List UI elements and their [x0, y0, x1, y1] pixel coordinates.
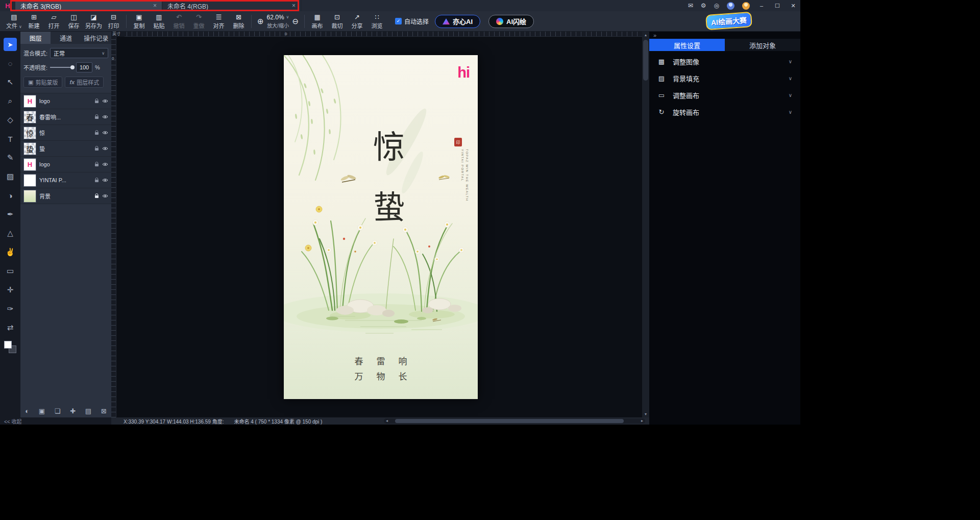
visibility-eye-icon[interactable] [102, 178, 108, 182]
hand-tool[interactable]: ✌ [4, 245, 17, 259]
layer-row-logo-1[interactable]: H logo [20, 93, 111, 109]
toolbar-item-new[interactable]: ⊞ 新建 [24, 13, 44, 30]
chevron-down-icon[interactable]: ∨ [789, 59, 792, 64]
layer-row-zhe[interactable]: 蛰 蛰 [20, 141, 111, 157]
tab-add-object[interactable]: 添加对象 [725, 39, 800, 51]
toolbar-item-paste[interactable]: ▥ 粘贴 [149, 13, 169, 30]
toolbar-item-delete[interactable]: ⊠ 删除 [229, 13, 249, 30]
chevron-down-icon[interactable]: ∨ [789, 109, 792, 115]
toolbar-item-canvas[interactable]: ▦ 画布 [307, 13, 327, 30]
visibility-eye-icon[interactable] [102, 115, 108, 119]
tab-channels[interactable]: 通道 [51, 32, 81, 44]
chevron-down-icon[interactable]: ∨ [286, 15, 289, 19]
vertical-scrollbar[interactable]: ▴ ▾ [642, 32, 649, 417]
toolbar-item-save-as[interactable]: ◪ 另存为 [84, 13, 104, 30]
scroll-left-icon[interactable]: ◂ [384, 418, 390, 424]
yixin-ai-button[interactable]: 亦心AI [435, 15, 480, 28]
visibility-eye-icon[interactable] [102, 194, 108, 198]
layer-row-jing[interactable]: 惊 惊 [20, 125, 111, 141]
lock-icon-locked[interactable] [94, 193, 99, 199]
zoom-tool[interactable]: ⌕ [4, 94, 17, 108]
marquee-tool[interactable]: ◌ [4, 57, 17, 70]
explore-icon[interactable]: ◎ [714, 2, 719, 9]
gradient-sphere-tool[interactable]: ◑ [4, 189, 17, 202]
vertical-scroll-thumb[interactable] [643, 40, 648, 81]
group-icon[interactable]: ▤ [85, 407, 91, 415]
chevron-down-icon[interactable]: ∨ [789, 92, 792, 98]
tools-collapse-button[interactable]: << 收起 [0, 417, 111, 425]
panel-item-adjust-canvas[interactable]: ▭ 调整画布 ∨ [649, 87, 800, 104]
panel-item-background-fill[interactable]: ▨ 背景填充 ∨ [649, 70, 800, 87]
settings-icon[interactable]: ⚙ [701, 2, 706, 9]
swap-colors-tool[interactable]: ⇄ [4, 321, 17, 334]
toolbar-item-crop[interactable]: ⊡ 裁切 [327, 13, 347, 30]
zoom-out-icon[interactable]: ⊖ [292, 17, 299, 26]
lock-icon[interactable] [94, 98, 99, 104]
lock-icon[interactable] [94, 178, 99, 183]
layer-row-background[interactable]: 背景 [20, 188, 111, 204]
panel-item-adjust-image[interactable]: ▩ 调整图像 ∨ [649, 53, 800, 70]
tab-history[interactable]: 操作记录 [81, 32, 111, 44]
eyedropper-tool[interactable]: ✑ [4, 302, 17, 315]
brush-tool[interactable]: ✎ [4, 151, 17, 164]
blend-mode-select[interactable]: 正常 ∨ [50, 48, 108, 58]
layer-style-button[interactable]: fx 图层样式 [65, 77, 104, 88]
tab-close-icon[interactable]: × [292, 2, 296, 9]
scroll-down-icon[interactable]: ▾ [645, 412, 647, 416]
toolbar-item-copy[interactable]: ▣ 复制 [129, 13, 149, 30]
clipping-mask-button[interactable]: ▣ 剪贴蒙版 [23, 77, 62, 88]
eraser-tool[interactable]: ◇ [4, 113, 17, 127]
toolbar-item-redo[interactable]: ↷ 重做 [189, 13, 209, 30]
layer-row-yintai[interactable]: YINTAI P... [20, 172, 111, 188]
color-swatches[interactable] [4, 341, 16, 353]
scroll-right-icon[interactable]: ▸ [639, 418, 645, 424]
toolbar-item-save[interactable]: ◫ 保存 [64, 13, 84, 30]
toolbar-item-file[interactable]: ▤ 文件 ∨ [4, 13, 24, 30]
layer-row-logo-2[interactable]: H logo [20, 157, 111, 172]
mask-icon[interactable]: ▣ [39, 407, 45, 415]
panel-collapse-button[interactable]: » [653, 32, 657, 38]
toolbar-item-share[interactable]: ↗ 分享 [347, 13, 367, 30]
heal-tool[interactable]: ✛ [4, 283, 17, 296]
toolbar-item-undo[interactable]: ↶ 撤销 [169, 13, 189, 30]
poster-document[interactable]: hi 惊 蛰 印 YINTAI PORTAL TOPAZ WIN THE WEA… [284, 55, 478, 399]
canvas-viewport[interactable]: 英寸 0 0 [111, 32, 649, 417]
foreground-color-swatch[interactable] [4, 341, 12, 349]
crop-tool[interactable]: ▭ [4, 264, 17, 278]
delete-layer-icon[interactable]: ⊠ [101, 407, 107, 415]
user-avatar[interactable] [727, 2, 734, 10]
visibility-eye-icon[interactable] [102, 146, 108, 151]
visibility-eye-icon[interactable] [102, 131, 108, 135]
panel-item-rotate-canvas[interactable]: ↻ 旋转画布 ∨ [649, 104, 800, 120]
horizontal-scrollbar[interactable]: ◂ ▸ [384, 418, 645, 424]
ai-flash-button[interactable]: AI闪绘 [488, 15, 534, 28]
close-button[interactable]: ✕ [789, 3, 797, 9]
toolbar-item-print[interactable]: ⊟ 打印 [104, 13, 124, 30]
horizontal-scroll-thumb[interactable] [395, 419, 624, 423]
direct-select-tool[interactable]: ↖ [4, 76, 17, 89]
layer-row-slogan[interactable]: 春 春雷响... [20, 109, 111, 125]
vip-avatar[interactable] [742, 2, 750, 10]
pen-tool[interactable]: ✒ [4, 208, 17, 221]
maximize-button[interactable]: ☐ [773, 3, 781, 9]
tab-layers[interactable]: 图层 [20, 32, 51, 44]
checkbox-checked-icon[interactable]: ✓ [395, 18, 402, 24]
opacity-slider[interactable] [50, 67, 74, 68]
scroll-up-icon[interactable]: ▴ [645, 33, 647, 37]
ai-contest-badge[interactable]: AI绘画大赛 [705, 12, 752, 30]
doc-tab-1[interactable]: 未命名 3(RGB) × [15, 0, 162, 11]
toolbar-item-open[interactable]: ▱ 打开 [44, 13, 64, 30]
tab-property-settings[interactable]: 属性设置 [649, 39, 725, 51]
zoom-value[interactable]: 62.0% [267, 14, 284, 21]
chevron-down-icon[interactable]: ∨ [789, 76, 792, 81]
tab-close-icon[interactable]: × [153, 2, 157, 9]
adjustment-icon[interactable]: ◐ [25, 407, 29, 415]
mail-icon[interactable]: ✉ [688, 2, 693, 9]
visibility-eye-icon[interactable] [102, 99, 108, 103]
toolbar-item-browse[interactable]: ∷ 浏览 [367, 13, 387, 30]
duplicate-icon[interactable]: ❏ [55, 407, 61, 415]
toolbar-item-align[interactable]: ☰ 对齐 [209, 13, 229, 30]
lock-icon[interactable] [94, 114, 99, 119]
auto-select-checkbox-group[interactable]: ✓ 自动选择 [395, 17, 429, 26]
pattern-stamp-tool[interactable]: ▨ [4, 170, 17, 183]
